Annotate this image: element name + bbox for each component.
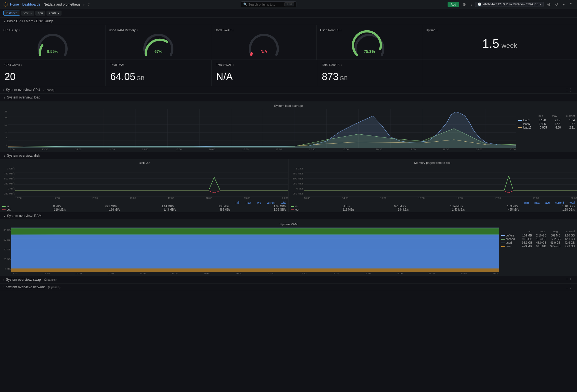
used-swap-panel: Used SWAP ℹ N/A xyxy=(211,25,317,60)
prev-time-icon[interactable]: ‹ xyxy=(470,2,473,7)
disk-io-panel: Disk I/O 1 GB/s 750 MB/s 500 MB/s 250 MB… xyxy=(0,159,289,212)
mem-paged-svg-wrap: 13:0014:0015:0016:0017:0018:0019:0020:00 xyxy=(304,166,577,201)
time-range-value: 2023-04-27 12:39:11 to 2023-04-27 20:43:… xyxy=(483,3,538,6)
load15-legend-row: load15 0.8056.802.21 xyxy=(518,126,575,129)
load-legend-headers: minmaxcurrent xyxy=(518,115,575,118)
svg-text:9.55%: 9.55% xyxy=(47,49,58,54)
load-chart-svg-container: 13:0013:3014:0014:3015:0015:3016:0016:30… xyxy=(8,109,516,152)
add-button[interactable]: Add xyxy=(448,2,459,7)
system-network-section-header[interactable]: › System overview: network (2 panels) ⋮⋮ xyxy=(0,283,577,291)
empty-panel xyxy=(423,60,577,86)
system-cpu-section-header[interactable]: › System overview: CPU (1 panel) ⋮⋮ xyxy=(0,86,577,94)
section-swap-dots-icon[interactable]: ⋮⋮ xyxy=(565,278,572,282)
system-cpu-title: System overview: CPU xyxy=(6,88,40,92)
svg-marker-44 xyxy=(11,268,499,272)
ram-chart-container: 80 GB 60 GB 40 GB 20 GB 0 MB xyxy=(0,228,577,276)
load-y-axis: 25 20 15 10 5 0 xyxy=(0,109,8,152)
search-bar[interactable]: 🔍 Search or jump to... ctrl+k xyxy=(241,1,296,7)
dashboards-link[interactable]: Dashboards xyxy=(22,3,40,6)
instance-filter[interactable]: Instance xyxy=(3,11,20,16)
system-swap-section-header[interactable]: › System overview: swap (2 panels) ⋮⋮ xyxy=(0,276,577,283)
total-ram-info-icon[interactable]: ℹ xyxy=(126,63,127,66)
mempaged-in-color xyxy=(291,206,294,207)
used-ram-gauge-svg: 67% xyxy=(142,34,175,56)
total-rootfs-value: 873GB xyxy=(322,71,418,83)
dashboard-title: Netdata and prometheus xyxy=(44,3,80,6)
mem-paged-svg xyxy=(304,166,577,197)
disk-io-svg xyxy=(15,166,288,197)
refresh-icon[interactable]: ↺ xyxy=(554,2,559,7)
cpu-cores-title: CPU Cores ℹ xyxy=(4,63,101,66)
total-ram-value: 64.05GB xyxy=(110,71,207,83)
share-icon[interactable]: ⤴ xyxy=(88,3,90,6)
disk-memory-row: Disk I/O 1 GB/s 750 MB/s 500 MB/s 250 MB… xyxy=(0,159,577,212)
cpu-cores-panel: CPU Cores ℹ 20 xyxy=(0,60,106,86)
cpu-busy-gauge: 9.55% xyxy=(3,34,102,56)
system-disk-section-header[interactable]: ∨ System overview: disk xyxy=(0,152,577,159)
home-link[interactable]: Home xyxy=(10,3,19,6)
search-shortcut: ctrl+k xyxy=(284,2,294,6)
load-chart-section: System load average 25 20 15 10 5 0 xyxy=(0,101,577,152)
topbar-right: Add ⚙ ‹ 🕐 2023-04-27 12:39:11 to 2023-04… xyxy=(448,1,574,8)
test-filter-label: test xyxy=(24,11,29,15)
used-swap-info-icon[interactable]: ℹ xyxy=(232,29,234,32)
disk-out-row: out -119 MB/s-184 kB/s-1.43 MB/s-495 kB/… xyxy=(2,208,286,211)
cpu-busy-info-icon[interactable]: ℹ xyxy=(19,29,20,32)
section-network-dots-icon[interactable]: ⋮⋮ xyxy=(565,285,572,289)
ram-chart-legend: minmaxavgcurrent buffers 154 MB2.10 GB86… xyxy=(499,228,577,276)
search-icon: 🔍 xyxy=(243,3,247,6)
section-dots-icon[interactable]: ⋮⋮ xyxy=(565,88,572,92)
load5-legend-row: load5 0.49512.31.57 xyxy=(518,122,575,125)
disk-io-title: Disk I/O xyxy=(0,159,288,166)
uptime-title: Uptime ℹ xyxy=(426,28,574,32)
settings-icon[interactable]: ⚙ xyxy=(461,2,467,7)
basic-cpu-section-header[interactable]: ∨ Basic CPU / Mem / Disk Gauge xyxy=(0,18,577,25)
collapse-load-icon: ∨ xyxy=(3,96,5,99)
system-load-section-header[interactable]: ∨ System overview: load xyxy=(0,94,577,101)
used-ram-panel: Used RAM Memory ℹ 67% xyxy=(105,25,211,60)
cpu0-filter-chevron: ▾ xyxy=(58,12,59,15)
load1-legend-row: load1 0.19821.91.34 xyxy=(518,119,575,122)
test-filter[interactable]: test ▾ xyxy=(21,11,35,16)
time-range-chevron: ▾ xyxy=(539,3,541,6)
collapse-swap-icon: › xyxy=(3,278,4,281)
disk-out-color xyxy=(2,209,6,210)
system-cpu-panel-count: (1 panel) xyxy=(43,88,54,92)
star-icon[interactable]: ☆ xyxy=(83,3,86,6)
mempaged-in-row: in 0 kB/s621 MB/s1.14 MB/s133 kB/s1.10 G… xyxy=(291,205,575,208)
disk-io-svg-wrap: 13:0014:0015:0016:0017:0018:0019:0020:00 xyxy=(15,166,288,201)
breadcrumb-sep1: › xyxy=(20,3,21,6)
topbar-left: ⬡ Home › Dashboards › Netdata and promet… xyxy=(3,1,90,8)
mem-paged-panel: Memory paged from/to disk 1 GB/s 750 MB/… xyxy=(289,159,577,212)
system-load-title: System overview: load xyxy=(7,95,40,99)
load15-legend-color xyxy=(518,127,522,128)
total-swap-info-icon[interactable]: ℹ xyxy=(233,63,234,66)
clock-icon: 🕐 xyxy=(478,3,482,6)
system-network-title: System overview: network xyxy=(6,285,45,289)
collapse-all-icon[interactable]: ⌃ xyxy=(568,2,574,7)
uptime-info-icon[interactable]: ℹ xyxy=(436,29,438,32)
used-rootfs-info-icon[interactable]: ℹ xyxy=(340,29,342,32)
zoom-out-icon[interactable]: ⊖ xyxy=(546,1,552,8)
time-range-picker[interactable]: 🕐 2023-04-27 12:39:11 to 2023-04-27 20:4… xyxy=(475,2,544,7)
used-rootfs-panel: Used Root FS ℹ 75.3% xyxy=(317,25,422,60)
total-rootfs-info-icon[interactable]: ℹ xyxy=(341,63,342,66)
cpu-busy-gauge-svg: 9.55% xyxy=(36,34,69,56)
total-ram-panel: Total RAM ℹ 64.05GB xyxy=(106,60,212,86)
free-legend-row: free 429 MB16.8 GB9.04 GB7.23 GB xyxy=(501,245,575,248)
basic-cpu-section-title: Basic CPU / Mem / Disk Gauge xyxy=(7,19,53,23)
top-navigation-bar: ⬡ Home › Dashboards › Netdata and promet… xyxy=(0,0,577,9)
system-ram-section-header[interactable]: ∨ System overview: RAM xyxy=(0,212,577,220)
total-swap-title: Total SWAP ℹ xyxy=(216,63,313,66)
mem-paged-legend: minmaxavgcurrenttotal in 0 kB/s621 MB/s1… xyxy=(289,201,577,212)
breadcrumb-sep2: › xyxy=(41,3,43,6)
free-legend-color xyxy=(501,246,505,247)
collapse-cpu-icon: › xyxy=(3,88,4,92)
cpu-cores-info-icon[interactable]: ℹ xyxy=(21,63,22,66)
refresh-dropdown-icon[interactable]: ▾ xyxy=(562,2,566,7)
cpu-filter[interactable]: cpu xyxy=(35,11,45,16)
cpu0-filter[interactable]: cpu0 ▾ xyxy=(46,11,62,16)
load-chart-with-yaxis: 25 20 15 10 5 0 xyxy=(0,109,516,152)
used-ram-info-icon[interactable]: ℹ xyxy=(137,29,138,32)
ram-chart-svg xyxy=(11,228,499,272)
